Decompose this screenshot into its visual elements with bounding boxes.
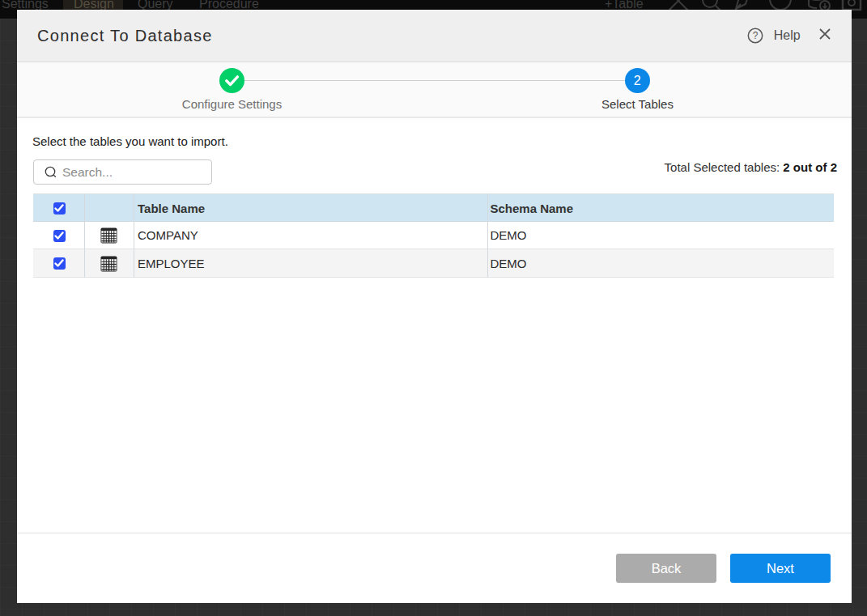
svg-text:?: ?: [752, 30, 758, 41]
